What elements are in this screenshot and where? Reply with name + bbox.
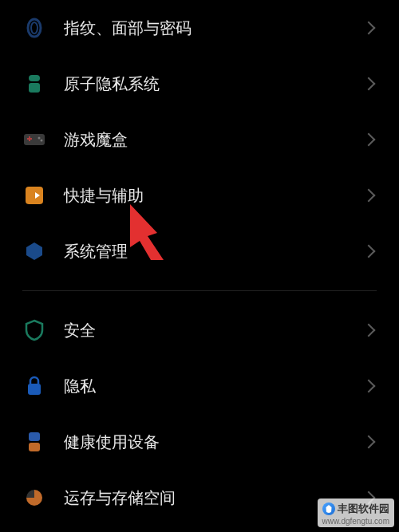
lock-icon: [22, 374, 46, 398]
item-game-box[interactable]: 游戏魔盒: [0, 112, 399, 167]
hexagon-icon: [22, 239, 46, 263]
item-label: 原子隐私系统: [64, 73, 364, 95]
watermark-logo-icon: [322, 502, 335, 515]
chevron-right-icon: [362, 435, 376, 449]
watermark: 丰图软件园 www.dgfengtu.com: [318, 499, 395, 527]
svg-rect-12: [29, 443, 40, 451]
svg-rect-10: [28, 384, 41, 395]
item-label: 安全: [64, 320, 364, 341]
svg-point-7: [38, 137, 41, 140]
item-fingerprint-face-password[interactable]: 指纹、面部与密码: [0, 0, 399, 56]
chevron-right-icon: [362, 133, 376, 147]
settings-list: 指纹、面部与密码 原子隐私系统 游戏魔盒 快捷与辅助 系统管理: [0, 0, 399, 526]
device-health-icon: [22, 430, 46, 454]
svg-rect-2: [29, 75, 40, 81]
item-shortcut-accessibility[interactable]: 快捷与辅助: [0, 167, 399, 223]
gamepad-icon: [22, 128, 46, 152]
watermark-url: www.dgfengtu.com: [322, 517, 390, 526]
storage-icon: [22, 486, 46, 510]
item-atomic-privacy-system[interactable]: 原子隐私系统: [0, 56, 399, 112]
svg-point-1: [31, 22, 38, 33]
svg-rect-9: [26, 187, 43, 204]
item-system-management[interactable]: 系统管理: [0, 223, 399, 279]
chevron-right-icon: [362, 77, 376, 91]
item-label: 系统管理: [64, 241, 364, 262]
item-label: 快捷与辅助: [64, 185, 364, 207]
shield-icon: [22, 318, 46, 342]
chevron-right-icon: [362, 324, 376, 337]
item-digital-wellbeing[interactable]: 健康使用设备: [0, 414, 399, 470]
svg-point-8: [41, 140, 43, 142]
chevron-right-icon: [362, 380, 376, 393]
item-label: 指纹、面部与密码: [64, 18, 364, 39]
item-label: 隐私: [64, 376, 364, 397]
item-label: 健康使用设备: [64, 432, 364, 453]
chevron-right-icon: [362, 245, 376, 258]
atom-icon: [22, 72, 46, 96]
chevron-right-icon: [362, 22, 376, 35]
svg-rect-6: [29, 136, 30, 141]
svg-rect-11: [29, 432, 40, 441]
item-security[interactable]: 安全: [0, 302, 399, 358]
fingerprint-icon: [22, 16, 46, 40]
arrow-square-icon: [22, 183, 46, 207]
item-privacy[interactable]: 隐私: [0, 358, 399, 414]
watermark-name: 丰图软件园: [338, 502, 389, 516]
item-label: 游戏魔盒: [64, 129, 364, 151]
svg-rect-3: [29, 83, 40, 93]
chevron-right-icon: [362, 189, 376, 203]
section-divider: [22, 290, 377, 291]
